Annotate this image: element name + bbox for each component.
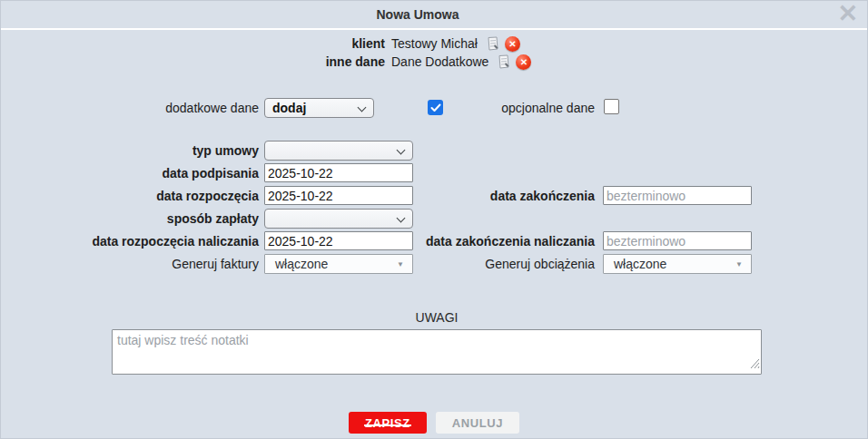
dropdown-triangle-icon: ▼ bbox=[397, 261, 404, 268]
data-podpisania-input[interactable] bbox=[264, 163, 413, 182]
inne-dane-value: Dane Dodatkowe bbox=[391, 54, 488, 69]
dropdown-triangle-icon: ▼ bbox=[735, 261, 743, 268]
dodatkowe-dane-select[interactable]: dodaj bbox=[264, 98, 374, 118]
dialog-header: Nowa Umowa ✕ bbox=[1, 1, 867, 30]
anuluj-button[interactable]: ANULUJ bbox=[436, 412, 519, 434]
zapisz-button[interactable]: ZAPISZ bbox=[349, 412, 427, 434]
opcjonalne-dane-label: opcjonalne dane bbox=[501, 101, 600, 115]
data-rozpoczecia-label: data rozpoczęcia bbox=[1, 189, 264, 203]
data-podpisania-label: data podpisania bbox=[1, 166, 264, 180]
data-rozpoczecia-naliczania-input[interactable] bbox=[264, 231, 413, 250]
sposob-zaplaty-select[interactable] bbox=[264, 209, 413, 229]
inne-dane-label: inne dane bbox=[1, 54, 391, 69]
opcjonalne-dane-checkbox[interactable] bbox=[604, 99, 619, 114]
uwagi-heading: UWAGI bbox=[112, 310, 762, 325]
data-rozpoczecia-naliczania-label: data rozpoczęcia naliczania bbox=[1, 234, 264, 249]
klient-value: Testowy Michał bbox=[391, 36, 478, 51]
nowa-umowa-dialog: { "dialog": { "title": "Nowa Umowa", "cl… bbox=[0, 0, 868, 439]
data-rozpoczecia-input[interactable] bbox=[264, 186, 413, 205]
dodatkowe-dane-selected: dodaj bbox=[272, 101, 306, 115]
inne-dane-row: inne dane Dane Dodatkowe ✕ bbox=[1, 53, 867, 71]
generuj-faktury-select[interactable]: włączone ▼ bbox=[264, 254, 413, 274]
data-zakonczenia-naliczania-label: data zakończenia naliczania bbox=[423, 234, 600, 249]
klient-edit-note-icon[interactable] bbox=[487, 36, 499, 51]
dialog-actions: ZAPISZ ANULUJ bbox=[1, 412, 867, 434]
generuj-obciazenia-select[interactable]: włączone ▼ bbox=[603, 254, 752, 274]
inne-dane-edit-note-icon[interactable] bbox=[498, 54, 510, 69]
linked-records: klient Testowy Michał ✕ inne dane Dane D… bbox=[1, 34, 867, 71]
chevron-down-icon bbox=[397, 145, 406, 154]
typ-umowy-label: typ umowy bbox=[1, 143, 264, 158]
klient-delete-icon[interactable]: ✕ bbox=[505, 36, 520, 52]
sposob-zaplaty-label: sposób zapłaty bbox=[1, 211, 264, 226]
data-zakonczenia-label: data zakończenia bbox=[423, 189, 600, 203]
dodatkowe-dane-label: dodatkowe dane bbox=[1, 101, 264, 115]
data-zakonczenia-naliczania-input[interactable] bbox=[603, 231, 752, 250]
klient-row: klient Testowy Michał ✕ bbox=[1, 34, 867, 53]
inne-dane-delete-icon[interactable]: ✕ bbox=[516, 54, 531, 70]
uwagi-section: UWAGI bbox=[112, 310, 762, 375]
data-zakonczenia-input[interactable] bbox=[603, 186, 752, 205]
dodatkowe-dane-row: dodatkowe dane dodaj opcjonalne dane bbox=[1, 96, 867, 119]
generuj-obciazenia-label: Generuj obciążenia bbox=[423, 257, 600, 271]
chevron-down-icon bbox=[397, 213, 406, 222]
dialog-title: Nowa Umowa bbox=[376, 7, 459, 22]
typ-umowy-select[interactable] bbox=[264, 141, 413, 161]
dodatkowe-dane-checkbox[interactable] bbox=[428, 100, 443, 115]
klient-label: klient bbox=[1, 36, 391, 51]
close-icon[interactable]: ✕ bbox=[837, 0, 858, 27]
uwagi-textarea[interactable] bbox=[112, 329, 762, 375]
chevron-down-icon bbox=[358, 102, 367, 112]
contract-form: typ umowy data podpisania data rozpoczęc… bbox=[1, 139, 867, 275]
generuj-faktury-label: Generuj faktury bbox=[1, 257, 264, 271]
